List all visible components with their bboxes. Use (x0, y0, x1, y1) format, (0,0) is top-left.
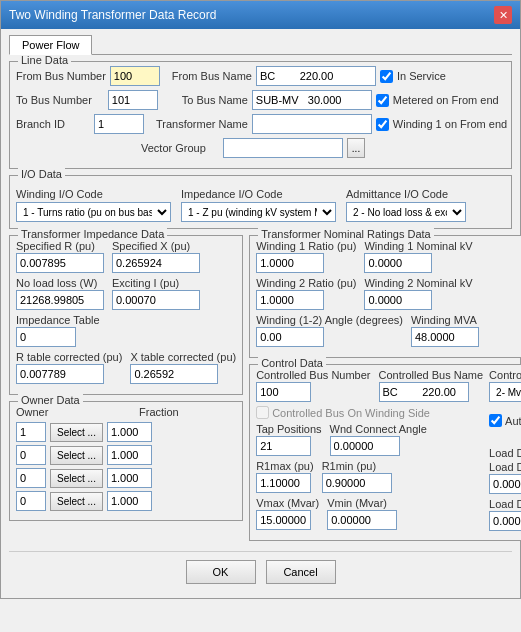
vector-group-browse-button[interactable]: ... (347, 138, 365, 158)
exciting-input[interactable] (112, 290, 200, 310)
winding1-row: Winding 1 Ratio (pu) Winding 1 Nominal k… (256, 240, 521, 273)
control-data-label: Control Data (258, 357, 326, 369)
ctrl-bus-name-field: Controlled Bus Name (379, 369, 484, 402)
winding1-checkbox[interactable] (376, 118, 389, 131)
winding-io-select[interactable]: 1 - Turns ratio (pu on bus base kV) (16, 202, 171, 222)
fraction-1-input[interactable] (107, 445, 152, 465)
vmax-label: Vmax (Mvar) (256, 497, 319, 509)
metered-checkbox[interactable] (376, 94, 389, 107)
to-bus-name-input[interactable] (252, 90, 372, 110)
nominal-ratings-group: Transformer Nominal Ratings Data Winding… (249, 235, 521, 358)
winding2-row: Winding 2 Ratio (pu) Winding 2 Nominal k… (256, 277, 521, 310)
x-table-input[interactable] (130, 364, 218, 384)
ctrl-bus-number-label: Controlled Bus Number (256, 369, 370, 381)
vmax-input[interactable] (256, 510, 311, 530)
admittance-io-field: Admittance I/O Code 2 - No load loss & e… (346, 188, 505, 222)
title-bar: Two Winding Transformer Data Record ✕ (1, 1, 520, 29)
r1min-input[interactable] (322, 473, 392, 493)
r-x-corrected-row: R table corrected (pu) X table corrected… (16, 351, 236, 384)
to-bus-name-label: To Bus Name (182, 94, 248, 106)
wnd-angle-input[interactable] (330, 436, 400, 456)
winding1-ratio-input[interactable] (256, 253, 324, 273)
winding2-nominal-input[interactable] (364, 290, 432, 310)
load-drop-r-label: Load Drop Comp R (pu) (489, 461, 521, 473)
tap-positions-label: Tap Positions (256, 423, 321, 435)
load-drop-x-input[interactable] (489, 511, 521, 531)
close-button[interactable]: ✕ (494, 6, 512, 24)
select-0-button[interactable]: Select ... (50, 423, 103, 442)
wnd-angle-field: Wnd Connect Angle (330, 423, 427, 456)
dialog: Two Winding Transformer Data Record ✕ Po… (0, 0, 521, 599)
select-2-button[interactable]: Select ... (50, 469, 103, 488)
ctrl-bus-number-input[interactable] (256, 382, 311, 402)
r-table-input[interactable] (16, 364, 104, 384)
io-row: Winding I/O Code 1 - Turns ratio (pu on … (16, 188, 505, 222)
spec-x-input[interactable] (112, 253, 200, 273)
vmin-input[interactable] (327, 510, 397, 530)
left-column: Transformer Impedance Data Specified R (… (9, 235, 243, 547)
winding-mva-input[interactable] (411, 327, 479, 347)
spec-r-label: Specified R (pu) (16, 240, 104, 252)
to-bus-number-label: To Bus Number (16, 94, 92, 106)
tab-bar: Power Flow (9, 35, 512, 55)
vmin-label: Vmin (Mvar) (327, 497, 397, 509)
fraction-2-input[interactable] (107, 468, 152, 488)
spec-x-field: Specified X (pu) (112, 240, 200, 273)
admittance-io-select[interactable]: 2 - No load loss & exc. l (346, 202, 466, 222)
vector-group-input[interactable] (223, 138, 343, 158)
winding-mva-label: Winding MVA (411, 314, 479, 326)
spec-r-input[interactable] (16, 253, 104, 273)
control-main-row: Controlled Bus Number Controlled Bus Nam… (256, 369, 521, 534)
no-load-label: No load loss (W) (16, 277, 104, 289)
ratings-fields: Winding 1 Ratio (pu) Winding 1 Nominal k… (256, 240, 521, 351)
impedance-io-select[interactable]: 1 - Z pu (winding kV system MVA) (181, 202, 336, 222)
auto-adjust-label: Auto Adjust (505, 415, 521, 427)
to-bus-number-input[interactable] (108, 90, 158, 110)
ctrl-bus-winding-label: Controlled Bus On Winding Side (272, 407, 430, 419)
winding-angle-input[interactable] (256, 327, 324, 347)
owner-row-0: Select ... (16, 422, 236, 442)
from-bus-number-input[interactable] (110, 66, 160, 86)
cancel-button[interactable]: Cancel (266, 560, 336, 584)
no-load-input[interactable] (16, 290, 104, 310)
in-service-checkbox[interactable] (380, 70, 393, 83)
auto-adjust-checkbox[interactable] (489, 414, 502, 427)
r-x-row: Specified R (pu) Specified X (pu) (16, 240, 236, 273)
owner-1-input[interactable] (16, 445, 46, 465)
winding2-ratio-field: Winding 2 Ratio (pu) (256, 277, 356, 310)
x-table-field: X table corrected (pu) (130, 351, 236, 384)
exciting-field: Exciting I (pu) (112, 277, 200, 310)
ctrl-bus-name-input[interactable] (379, 382, 469, 402)
exciting-label: Exciting I (pu) (112, 277, 200, 289)
winding1-nominal-input[interactable] (364, 253, 432, 273)
winding1-nominal-field: Winding 1 Nominal kV (364, 240, 472, 273)
select-3-button[interactable]: Select ... (50, 492, 103, 511)
fraction-3-input[interactable] (107, 491, 152, 511)
transformer-name-input[interactable] (252, 114, 372, 134)
r-table-label: R table corrected (pu) (16, 351, 122, 363)
winding1-ratio-field: Winding 1 Ratio (pu) (256, 240, 356, 273)
ctrl-bus-winding-checkbox[interactable] (256, 406, 269, 419)
branch-id-input[interactable] (94, 114, 144, 134)
winding-mva-field: Winding MVA (411, 314, 479, 347)
control-data-group: Control Data Controlled Bus Number Contr… (249, 364, 521, 541)
owner-3-input[interactable] (16, 491, 46, 511)
tab-power-flow[interactable]: Power Flow (9, 35, 92, 55)
select-1-button[interactable]: Select ... (50, 446, 103, 465)
tap-positions-input[interactable] (256, 436, 311, 456)
from-bus-name-input[interactable] (256, 66, 376, 86)
owner-header-row: Owner Fraction (16, 406, 236, 418)
dialog-title: Two Winding Transformer Data Record (9, 8, 216, 22)
r1max-input[interactable] (256, 473, 311, 493)
load-drop-r-input[interactable] (489, 474, 521, 494)
owner-0-input[interactable] (16, 422, 46, 442)
fraction-0-input[interactable] (107, 422, 152, 442)
owner-2-input[interactable] (16, 468, 46, 488)
load-drop-comp-label: Load Drop Comp (489, 447, 521, 459)
winding2-ratio-input[interactable] (256, 290, 324, 310)
no-load-exciting-row: No load loss (W) Exciting I (pu) (16, 277, 236, 310)
control-mode-select[interactable]: 2- Mvar (489, 382, 521, 402)
ok-button[interactable]: OK (186, 560, 256, 584)
metered-label: Metered on From end (393, 94, 499, 106)
impedance-table-input[interactable] (16, 327, 76, 347)
